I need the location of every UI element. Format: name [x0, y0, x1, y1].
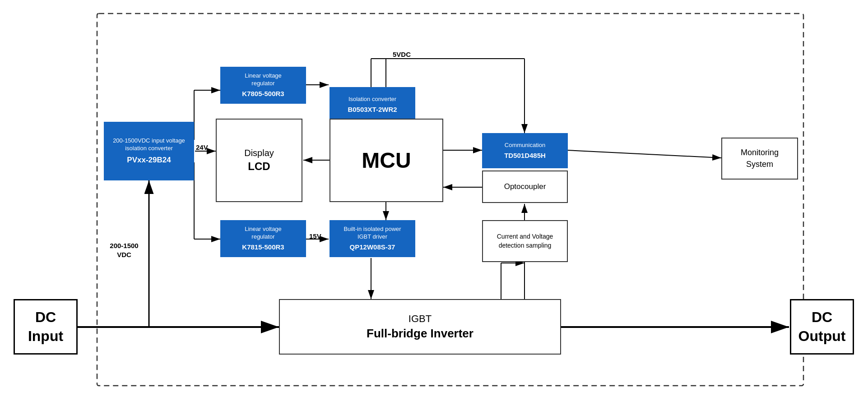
igbt-driver-top-label: Built-in isolated power IGBT driver [343, 226, 401, 241]
monitoring-label: Monitoring System [741, 147, 779, 170]
communication-box: Communication TD501D485H [482, 133, 568, 168]
igbt-driver-box: Built-in isolated power IGBT driver QP12… [330, 220, 415, 257]
display-subtitle: LCD [248, 160, 270, 173]
pvxx-box: 200-1500VDC input voltage isolation conv… [104, 122, 194, 180]
dc-output-box: DC Output [790, 299, 854, 355]
communication-bottom-label: TD501D485H [504, 151, 546, 160]
diagram-container: 200-1500VDC input voltage isolation conv… [0, 0, 868, 401]
label-24v: 24V [196, 143, 208, 151]
dc-input-box: DC Input [14, 299, 78, 355]
voltage-text: 200-1500 VDC [110, 242, 138, 258]
optocoupler-label: Optocoupler [504, 182, 546, 191]
voltage-label-200-1500: 200-1500 VDC [104, 241, 144, 259]
dc-input-label: DC Input [28, 308, 63, 346]
pvxx-top-label: 200-1500VDC input voltage isolation conv… [113, 137, 185, 152]
label-15v: 15V [309, 232, 321, 240]
v24-text: 24V [196, 143, 208, 151]
current-voltage-box: Current and Voltage detection sampling [482, 220, 568, 262]
linear-top-bottom-label: K7805-500R3 [242, 89, 284, 98]
igbt-driver-bottom-label: QP12W08S-37 [350, 243, 395, 252]
linear-bottom-box: Linear voltage regulator K7815-500R3 [220, 220, 306, 257]
mcu-label: MCU [362, 148, 411, 173]
igbt-fullbridge-box: IGBT Full-bridge Inverter [279, 299, 561, 355]
label-5vdc: 5VDC [393, 51, 411, 58]
monitoring-system-box: Monitoring System [721, 138, 798, 180]
linear-bottom-label: Linear voltage regulator [245, 226, 282, 241]
svg-line-19 [567, 150, 721, 158]
linear-bottom-bottom-label: K7815-500R3 [242, 243, 284, 252]
pvxx-bottom-label: PVxx-29B24 [127, 155, 171, 165]
v15-text: 15V [309, 232, 321, 240]
dc-output-label: DC Output [798, 308, 846, 346]
communication-top-label: Communication [505, 142, 545, 149]
isolation-conv-box: Isolation converter B0503XT-2WR2 [330, 87, 415, 122]
mcu-box: MCU [330, 119, 443, 202]
display-title: Display [244, 148, 274, 158]
igbt-title: IGBT [408, 313, 432, 325]
linear-top-box: Linear voltage regulator K7805-500R3 [220, 67, 306, 104]
linear-top-label: Linear voltage regulator [245, 72, 282, 88]
optocoupler-box: Optocoupler [482, 171, 568, 203]
igbt-subtitle: Full-bridge Inverter [367, 327, 473, 341]
v5vdc-text: 5VDC [393, 51, 411, 58]
isolation-conv-top-label: Isolation converter [348, 96, 396, 103]
display-lcd-box: Display LCD [216, 119, 302, 202]
isolation-conv-bottom-label: B0503XT-2WR2 [348, 105, 397, 114]
current-voltage-label: Current and Voltage detection sampling [497, 232, 553, 250]
